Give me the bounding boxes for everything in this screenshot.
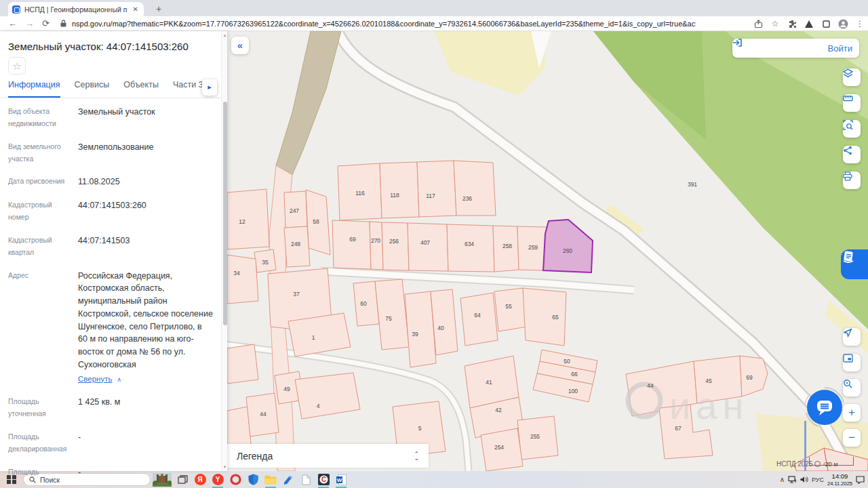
parcel-label: 34 (233, 270, 240, 277)
parcel-label: 55 (505, 303, 512, 310)
map-container[interactable]: иан 122475824835343714944456075394064556… (227, 31, 868, 471)
field-value: Российская Федерация, Костромская област… (78, 270, 213, 386)
parcel-label: 254 (494, 444, 504, 451)
panel-tabs: ИнформацияСервисыОбъектыЧасти ЗУСостав (8, 80, 212, 98)
area-search-button[interactable] (843, 120, 861, 138)
parcel-label: 35 (262, 259, 269, 266)
themes-app-icon[interactable] (281, 471, 296, 488)
taskbar-clock[interactable]: 14:09 24.11.2025 (827, 473, 852, 486)
share-icon[interactable] (753, 18, 764, 29)
parcel-label: 118 (390, 192, 399, 199)
tabs-divider (0, 98, 227, 98)
zoom-out-button[interactable]: − (843, 429, 861, 447)
browser-tab[interactable]: НСПД | Геоинформационный п ✕ (8, 2, 144, 16)
opera-browser-icon[interactable] (228, 471, 243, 488)
legend-bar[interactable]: Легенда ⌃ ⌄ (227, 444, 429, 468)
document-file-icon[interactable] (298, 471, 313, 488)
parcel-label: 270 (371, 237, 380, 244)
parcel-shape[interactable] (494, 288, 527, 331)
clock-time: 14:09 (827, 473, 852, 480)
parcel-shape[interactable] (370, 222, 383, 270)
bookmark-star-icon[interactable]: ☆ (770, 18, 781, 29)
scrollbar-down-icon[interactable]: ▼ (222, 464, 228, 470)
language-indicator[interactable]: РУС (812, 476, 824, 483)
forward-icon[interactable]: → (25, 17, 34, 30)
kompas-app-icon[interactable]: C (316, 471, 331, 488)
tab-2[interactable]: Сервисы (75, 80, 110, 98)
share-map-button[interactable] (843, 146, 861, 163)
reload-icon[interactable]: ⟳ (42, 17, 50, 30)
tray-expand-icon[interactable]: ∧ (780, 476, 785, 483)
parcel-label: 40 (437, 325, 444, 331)
parcel-shape[interactable] (417, 161, 456, 217)
tabs-scroll-right-button[interactable]: ▸ (202, 79, 217, 96)
parcel-shape[interactable] (332, 220, 371, 269)
field-value: 44:07:141503:260 (78, 199, 213, 224)
volume-icon[interactable] (800, 476, 808, 483)
parcel-shape[interactable] (380, 162, 419, 218)
parcel-shape[interactable] (227, 344, 258, 384)
field-label: Адрес (8, 270, 78, 386)
extensions-puzzle-icon[interactable] (787, 18, 797, 29)
login-bar[interactable]: Войти (732, 39, 859, 58)
parcel-label: 391 (688, 181, 697, 188)
parcel-label: 41 (486, 379, 492, 386)
extension-box-icon[interactable] (821, 18, 831, 29)
scrollbar-thumb[interactable] (223, 102, 227, 325)
nspd-favicon (12, 5, 20, 14)
action-center-icon[interactable] (856, 476, 865, 484)
panel-scrollbar[interactable]: ▲ ▼ (221, 31, 227, 471)
profile-avatar[interactable] (837, 18, 848, 29)
geolocation-button[interactable] (843, 328, 861, 346)
parcel-label: 247 (290, 207, 299, 214)
field-label: Вид объекта недвижимости (8, 106, 78, 130)
feedback-widget-button[interactable] (841, 249, 868, 279)
network-icon[interactable] (788, 476, 797, 483)
parcel-shape[interactable] (447, 224, 494, 272)
word-app-icon[interactable]: W (334, 471, 349, 488)
new-tab-button[interactable]: + (152, 3, 165, 16)
scale-label: 20 м (825, 461, 838, 468)
url-text[interactable]: nspd.gov.ru/map?thematic=PKK&zoom=17.770… (72, 20, 696, 28)
field-row: Площадь уточненная1 425 кв. м (8, 390, 213, 426)
parcel-label: 64 (474, 312, 481, 319)
chatbot-button[interactable] (803, 386, 846, 429)
browser-menu-icon[interactable]: ⋮ (854, 18, 865, 29)
tab-3[interactable]: Объекты (123, 80, 159, 98)
parcel-shape[interactable] (408, 223, 448, 271)
field-row: АдресРоссийская Федерация, Костромская о… (8, 264, 213, 391)
back-icon[interactable]: ← (8, 17, 17, 30)
measure-ruler-button[interactable] (843, 94, 861, 112)
parcel-shape[interactable] (227, 255, 258, 304)
parcel-label: 66 (571, 371, 578, 378)
parcel-label: 256 (389, 238, 399, 245)
parcel-shape[interactable] (382, 222, 409, 270)
field-row: Площадь декларированная- (8, 426, 213, 461)
parcel-shape[interactable] (523, 288, 566, 346)
defender-shield-icon[interactable] (245, 471, 260, 488)
parcel-shape[interactable] (227, 189, 269, 249)
legend-label: Легенда (237, 451, 414, 462)
parcel-label: 260 (563, 247, 572, 254)
parcel-shape[interactable] (454, 161, 496, 216)
field-value: 11.08.2025 (78, 176, 213, 188)
extension-triangle-icon[interactable] (804, 18, 814, 29)
cadastral-map[interactable]: иан 122475824835343714944456075394064556… (227, 31, 868, 471)
field-label: Вид земельного участка (8, 141, 78, 165)
file-explorer-icon[interactable] (263, 471, 278, 488)
feedback-icon (841, 249, 856, 264)
parcel-shape[interactable] (460, 293, 498, 346)
favorite-star-button[interactable]: ☆ (8, 57, 26, 75)
scrollbar-up-icon[interactable]: ▲ (222, 32, 228, 39)
collapse-address-link[interactable]: Свернуть (78, 373, 112, 385)
collapse-panel-button[interactable]: « (231, 37, 249, 54)
field-label: Площадь декларированная (8, 431, 78, 455)
layers-button[interactable] (843, 68, 861, 86)
tab-1[interactable]: Информация (8, 80, 60, 98)
tab-title: НСПД | Геоинформационный п (24, 5, 132, 14)
overview-map-button[interactable] (843, 354, 861, 371)
tab-close-icon[interactable]: ✕ (132, 5, 140, 13)
legend-expander-icon[interactable]: ⌃ ⌄ (414, 452, 419, 460)
parcel-label: 67 (675, 425, 682, 432)
print-button[interactable] (843, 171, 861, 189)
